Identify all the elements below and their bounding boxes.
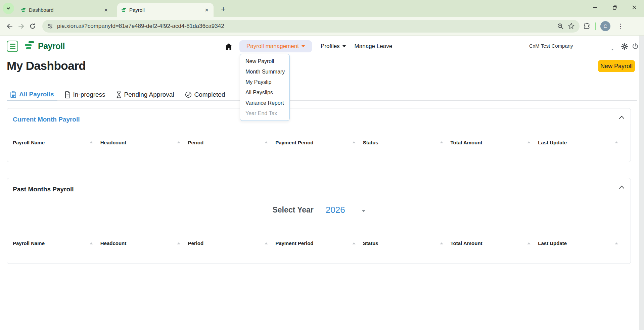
- restore-button[interactable]: [605, 0, 625, 15]
- page-scrollbar[interactable]: [639, 36, 644, 330]
- menu-item-variance-report[interactable]: Variance Report: [240, 98, 289, 108]
- caret-down-icon: [342, 45, 346, 47]
- company-caret-icon[interactable]: [611, 46, 614, 52]
- url-text: pie.xion.ai/?companyId=81e7e489-def2-4f9…: [57, 23, 553, 30]
- profile-avatar[interactable]: C: [600, 21, 610, 31]
- collapse-panel-button[interactable]: [619, 115, 625, 119]
- toolbar-extensions-area: C ⋮: [583, 21, 626, 31]
- company-selector[interactable]: CxM Test Company: [529, 43, 573, 49]
- tab-all-payrolls[interactable]: All Payrolls: [7, 89, 57, 101]
- sort-caret-icon: [177, 141, 180, 143]
- payroll-table-header: Payroll Name Headcount Period Payment Pe…: [13, 237, 626, 250]
- column-header-total-amount[interactable]: Total Amount: [451, 237, 538, 250]
- bookmark-star-icon[interactable]: [568, 22, 575, 30]
- menu-item-month-summary[interactable]: Month Summary: [240, 66, 289, 77]
- column-header-status[interactable]: Status: [363, 137, 451, 148]
- address-bar[interactable]: pie.xion.ai/?companyId=81e7e489-def2-4f9…: [42, 20, 580, 33]
- current-month-payroll-panel: Current Month Payroll Payroll Name Headc…: [7, 108, 631, 162]
- menu-item-my-payslip[interactable]: My Payslip: [240, 77, 289, 87]
- page-title: My Dashboard: [7, 59, 86, 73]
- menu-item-new-payroll[interactable]: New Payroll: [240, 56, 289, 66]
- nav-payroll-management[interactable]: Payroll management: [239, 40, 312, 52]
- column-header-headcount[interactable]: Headcount: [100, 237, 188, 250]
- app-navbar: Payroll Payroll management Profiles Mana…: [0, 36, 644, 57]
- tab-label: Pending Approval: [124, 91, 174, 98]
- column-label: Last Update: [538, 240, 567, 246]
- app-brand[interactable]: Payroll: [24, 41, 65, 51]
- nav-manage-leave[interactable]: Manage Leave: [355, 43, 392, 50]
- column-label: Total Amount: [451, 140, 482, 145]
- site-settings-icon: [47, 23, 53, 29]
- check-circle-icon: [185, 91, 192, 98]
- zoom-out-icon[interactable]: [557, 23, 564, 30]
- extensions-puzzle-icon[interactable]: [583, 22, 590, 30]
- column-header-last-update[interactable]: Last Update: [538, 137, 626, 148]
- menu-item-all-payslips[interactable]: All Payslips: [240, 87, 289, 98]
- nav-profiles-label: Profiles: [321, 43, 340, 50]
- column-label: Headcount: [100, 140, 127, 145]
- restore-icon: [612, 5, 617, 10]
- minimize-button[interactable]: [586, 0, 605, 15]
- collapse-panel-button[interactable]: [619, 185, 625, 189]
- hourglass-icon: [116, 91, 122, 98]
- tab-completed[interactable]: Completed: [182, 89, 229, 101]
- browser-tab-dashboard[interactable]: Dashboard ×: [17, 3, 113, 17]
- tab-close-icon[interactable]: ×: [204, 7, 210, 13]
- hamburger-menu-button[interactable]: [7, 41, 18, 52]
- nav-payroll-management-label: Payroll management: [246, 43, 299, 50]
- tab-pending-approval[interactable]: Pending Approval: [113, 89, 178, 101]
- dashboard-tabs: All Payrolls In-progress Pending Approva…: [7, 89, 228, 101]
- column-header-payment-period[interactable]: Payment Period: [275, 137, 363, 148]
- column-header-payroll-name[interactable]: Payroll Name: [13, 237, 100, 250]
- sort-caret-icon: [527, 141, 531, 143]
- column-label: Payroll Name: [13, 240, 45, 246]
- close-window-button[interactable]: [625, 0, 644, 15]
- forward-button[interactable]: [15, 20, 27, 32]
- column-label: Last Update: [538, 140, 567, 145]
- forward-arrow-icon: [18, 23, 25, 30]
- column-label: Status: [363, 140, 378, 145]
- column-header-total-amount[interactable]: Total Amount: [451, 137, 538, 148]
- chevron-down-icon: [6, 6, 11, 11]
- back-button[interactable]: [4, 20, 15, 32]
- select-year-row: Select Year 2026: [7, 202, 631, 217]
- past-months-payroll-panel: Past Months Payroll Select Year 2026 Pay…: [7, 178, 631, 264]
- window-controls: [586, 0, 644, 15]
- tabs-divider: [7, 100, 637, 101]
- brand-name: Payroll: [38, 41, 65, 51]
- tab-search-button[interactable]: [3, 3, 14, 14]
- browser-tab-payroll[interactable]: Payroll ×: [117, 3, 214, 17]
- column-label: Total Amount: [451, 240, 482, 246]
- back-arrow-icon: [6, 23, 13, 30]
- new-payroll-button[interactable]: New Payroll: [598, 60, 635, 72]
- select-year-dropdown[interactable]: 2026: [326, 205, 345, 215]
- settings-button[interactable]: [621, 43, 628, 50]
- select-year-label: Select Year: [272, 205, 313, 215]
- chevron-up-icon: [619, 185, 625, 189]
- column-label: Period: [188, 240, 203, 246]
- chevron-up-icon: [619, 115, 625, 119]
- tab-in-progress[interactable]: In-progress: [61, 89, 109, 101]
- minimize-icon: [593, 5, 598, 10]
- sort-caret-icon: [352, 141, 356, 143]
- column-header-payroll-name[interactable]: Payroll Name: [13, 137, 100, 148]
- column-header-period[interactable]: Period: [188, 237, 275, 250]
- column-header-period[interactable]: Period: [188, 137, 275, 148]
- reload-button[interactable]: [27, 20, 38, 32]
- nav-profiles[interactable]: Profiles: [321, 43, 346, 50]
- home-button[interactable]: [223, 43, 235, 50]
- column-header-headcount[interactable]: Headcount: [100, 137, 188, 148]
- gear-icon: [621, 43, 628, 50]
- column-header-last-update[interactable]: Last Update: [538, 237, 626, 250]
- power-icon: [632, 43, 639, 50]
- logout-power-button[interactable]: [632, 43, 639, 50]
- tab-label: Completed: [194, 91, 225, 98]
- menu-item-year-end-tax[interactable]: Year End Tax: [240, 108, 289, 119]
- sort-caret-icon: [440, 141, 443, 143]
- new-tab-button[interactable]: +: [218, 4, 228, 14]
- browser-menu-button[interactable]: ⋮: [615, 22, 626, 30]
- tab-close-icon[interactable]: ×: [103, 7, 109, 13]
- column-header-payment-period[interactable]: Payment Period: [275, 237, 363, 250]
- column-header-status[interactable]: Status: [363, 237, 451, 250]
- select-year-caret-icon[interactable]: [362, 210, 365, 212]
